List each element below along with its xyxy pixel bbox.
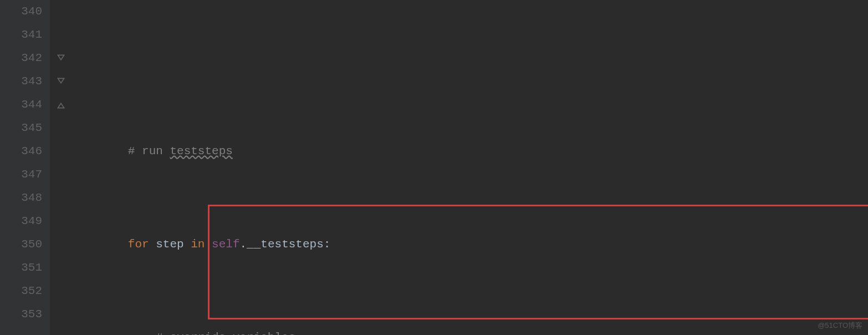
line-number: 341 <box>0 23 42 47</box>
fold-blank <box>50 0 72 23</box>
line-number: 342 <box>0 47 42 70</box>
line-number: 345 <box>0 116 42 140</box>
line-number: 340 <box>0 0 42 23</box>
line-number: 349 <box>0 210 42 233</box>
fold-blank <box>50 186 72 210</box>
code-area[interactable]: # run teststeps for step in self.__tests… <box>72 0 868 335</box>
fold-blank <box>50 163 72 186</box>
fold-blank <box>50 280 72 303</box>
fold-blank <box>50 23 72 47</box>
code-editor[interactable]: 340 341 342 343 344 345 346 347 348 349 … <box>0 0 868 335</box>
line-number: 346 <box>0 140 42 163</box>
line-number: 353 <box>0 303 42 326</box>
annotation-rectangle <box>208 205 868 319</box>
fold-blank <box>50 140 72 163</box>
fold-blank <box>50 256 72 280</box>
code-line[interactable]: for step in self.__teststeps: <box>72 233 868 256</box>
fold-toggle-icon[interactable] <box>50 70 72 93</box>
line-number: 351 <box>0 256 42 280</box>
code-line[interactable] <box>72 47 868 70</box>
line-number-gutter: 340 341 342 343 344 345 346 347 348 349 … <box>0 0 50 335</box>
fold-toggle-icon[interactable] <box>50 47 72 70</box>
fold-blank <box>50 303 72 326</box>
fold-blank <box>50 116 72 140</box>
fold-gutter <box>50 0 72 335</box>
fold-blank <box>50 210 72 233</box>
line-number: 348 <box>0 186 42 210</box>
line-number: 343 <box>0 70 42 93</box>
watermark-text: @51CTO博客 <box>818 321 862 331</box>
line-number: 352 <box>0 280 42 303</box>
fold-blank <box>50 233 72 256</box>
line-number: 347 <box>0 163 42 186</box>
code-line[interactable]: # override variables <box>72 326 868 335</box>
line-number: 350 <box>0 233 42 256</box>
code-line[interactable]: # run teststeps <box>72 140 868 163</box>
fold-end-icon[interactable] <box>50 93 72 116</box>
line-number: 344 <box>0 93 42 116</box>
